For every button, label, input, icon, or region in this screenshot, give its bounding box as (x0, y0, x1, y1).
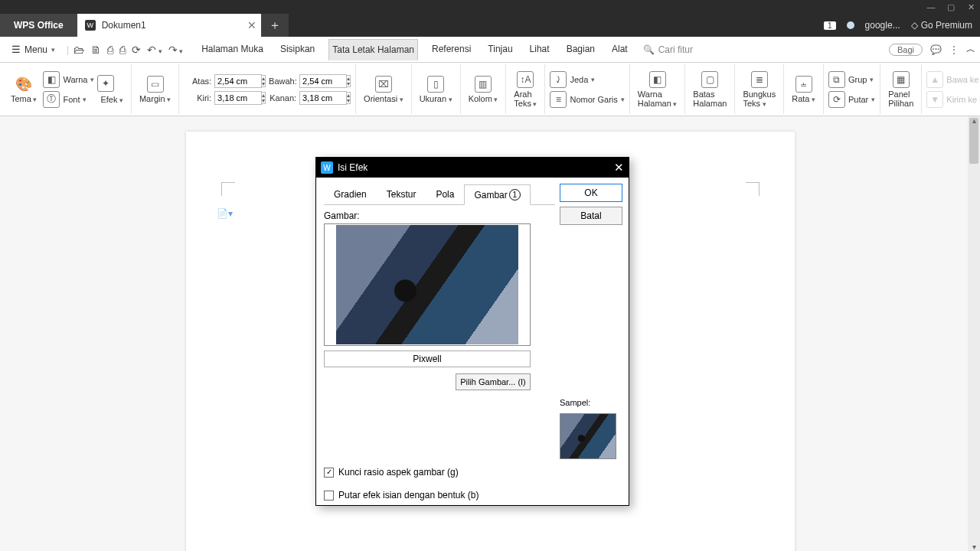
align-icon: ⫨ (795, 76, 812, 93)
chat-icon[interactable]: 💬 (930, 44, 942, 55)
ribbon-tab-references[interactable]: Referensi (429, 39, 474, 60)
group-button[interactable]: ⧉Grup (828, 71, 874, 88)
page-border-button[interactable]: ▢Batas Halaman (690, 71, 730, 108)
align-button[interactable]: ⫨Rata (789, 76, 818, 103)
sample-image (560, 414, 616, 458)
fonts-button[interactable]: ⓉFont (43, 91, 87, 108)
picture-label: Gambar: (324, 210, 555, 221)
quick-access-toolbar: 🗁 🗎 ⎙ ⎙ ⟳ ↶ ↷ (74, 44, 183, 56)
step-marker-icon: 1 (509, 189, 521, 201)
scroll-up-button[interactable]: ▴ (968, 116, 980, 125)
vertical-scrollbar[interactable]: ▴ ▾ (968, 116, 980, 551)
bottom-margin-input[interactable] (299, 74, 347, 88)
columns-icon: ▥ (475, 76, 492, 93)
app-tab[interactable]: WPS Office (0, 14, 77, 37)
minimize-button[interactable]: — (926, 2, 936, 11)
scrollbar-thumb[interactable] (969, 118, 978, 164)
line-number-icon: ≡ (550, 91, 567, 108)
restore-button[interactable]: ▢ (946, 2, 956, 11)
save-icon[interactable]: 🗎 (90, 44, 101, 56)
ok-button[interactable]: OK (560, 184, 622, 202)
more-icon[interactable]: ⋮ (949, 44, 959, 55)
account-label[interactable]: google... (865, 20, 900, 31)
search-input[interactable]: Cari fitur (658, 44, 693, 55)
dialog-app-icon: W (321, 161, 333, 174)
margin-button[interactable]: ▭ Margin (136, 76, 174, 103)
left-margin-label: Kiri: (184, 93, 214, 103)
colors-button[interactable]: ◧Warna (43, 71, 94, 88)
collapse-ribbon-button[interactable] (966, 43, 975, 56)
ribbon-tab-tools[interactable]: Alat (609, 39, 631, 60)
effects-button[interactable]: Efek (97, 95, 126, 104)
ribbon-tab-review[interactable]: Tinjau (485, 39, 515, 60)
page-color-icon: ◧ (649, 71, 666, 88)
picture-name-field[interactable]: Pixwell (324, 350, 531, 367)
account-avatar-icon[interactable] (847, 21, 854, 29)
rotate-fill-checkbox[interactable] (324, 491, 334, 500)
ribbon-tab-page-layout[interactable]: Tata Letak Halaman (328, 39, 418, 60)
lock-aspect-checkbox[interactable]: ✓ (324, 468, 334, 478)
margin-guide-tl (221, 182, 235, 196)
select-picture-button[interactable]: Pilih Gambar... (I) (456, 373, 531, 390)
ribbon-tab-home[interactable]: Halaman Muka (198, 39, 266, 60)
close-tab-button[interactable]: ✕ (247, 19, 256, 31)
fill-effects-dialog: W Isi Efek ✕ Gradien Tekstur Pola Gambar… (315, 157, 629, 506)
dialog-tab-gradient[interactable]: Gradien (324, 184, 377, 204)
palette-icon: 🎨 (15, 76, 32, 93)
document-tab[interactable]: W Dokumen1 ✕ (77, 14, 261, 37)
close-window-button[interactable]: ✕ (966, 2, 975, 11)
line-numbers-button[interactable]: ≡Nomor Garis (550, 91, 624, 108)
ribbon-tab-section[interactable]: Bagian (564, 39, 598, 60)
rotate-icon: ⟳ (828, 91, 845, 108)
top-margin-input[interactable] (214, 74, 262, 88)
size-button[interactable]: ▯Ukuran (416, 76, 456, 103)
redo-button[interactable]: ↷ (168, 44, 184, 56)
picture-preview (324, 223, 531, 346)
left-margin-stepper[interactable]: ▴▾ (262, 92, 266, 104)
text-direction-button[interactable]: ↕AArah Teks (511, 71, 540, 108)
ribbon-tab-view[interactable]: Lihat (527, 39, 553, 60)
scroll-down-button[interactable]: ▾ (968, 543, 980, 551)
dialog-tab-pattern[interactable]: Pola (426, 184, 464, 204)
dialog-close-button[interactable]: ✕ (614, 161, 624, 174)
wrap-text-button[interactable]: ≣Bungkus Teks (740, 71, 779, 108)
dialog-tab-texture[interactable]: Tekstur (377, 184, 426, 204)
refresh-icon[interactable]: ⟳ (132, 44, 141, 56)
cancel-button[interactable]: Batal (560, 207, 622, 225)
lock-aspect-label: Kunci rasio aspek gambar (g) (338, 467, 459, 478)
preview-image (336, 225, 518, 344)
break-icon: ⤸ (550, 71, 567, 88)
columns-button[interactable]: ▥Kolom (466, 76, 501, 103)
page-color-button[interactable]: ◧Warna Halaman (635, 71, 681, 108)
paragraph-mark-icon[interactable]: 📄▾ (217, 208, 233, 219)
right-margin-label: Kanan: (269, 93, 299, 103)
share-button[interactable]: Bagi (889, 44, 923, 56)
right-margin-stepper[interactable]: ▴▾ (347, 92, 351, 104)
themes-button[interactable]: 🎨 Tema (8, 76, 40, 103)
selection-pane-button[interactable]: ▦Panel Pilihan (885, 71, 916, 108)
notification-badge[interactable]: 1 (824, 21, 836, 30)
ribbon-tab-insert[interactable]: Sisipkan (277, 39, 318, 60)
rotate-button[interactable]: ⟳Putar (828, 91, 875, 108)
left-margin-input[interactable] (214, 91, 262, 105)
color-swatches-icon: ◧ (43, 71, 60, 88)
new-tab-button[interactable]: ＋ (261, 14, 289, 37)
main-menu-button[interactable]: Menu (5, 40, 62, 59)
bottom-margin-stepper[interactable]: ▴▾ (347, 75, 351, 87)
send-backward-icon: ▼ (926, 91, 943, 108)
dialog-titlebar[interactable]: W Isi Efek ✕ (316, 158, 629, 178)
dialog-tab-picture[interactable]: Gambar 1 (464, 184, 530, 205)
open-icon[interactable]: 🗁 (74, 44, 84, 56)
page-border-icon: ▢ (701, 71, 718, 88)
print-icon[interactable]: ⎙ (107, 44, 113, 56)
undo-button[interactable]: ↶ (147, 44, 162, 56)
right-margin-input[interactable] (299, 91, 347, 105)
print-preview-icon[interactable]: ⎙ (119, 44, 126, 56)
orientation-button[interactable]: ⌧Orientasi (361, 76, 407, 103)
send-backward-button: ▼Kirim ke Ba (926, 91, 980, 108)
breaks-button[interactable]: ⤸Jeda (550, 71, 595, 88)
go-premium-button[interactable]: Go Premium (911, 20, 972, 31)
top-margin-stepper[interactable]: ▴▾ (262, 75, 266, 87)
font-icon: Ⓣ (43, 91, 60, 108)
page-size-icon: ▯ (427, 76, 444, 93)
